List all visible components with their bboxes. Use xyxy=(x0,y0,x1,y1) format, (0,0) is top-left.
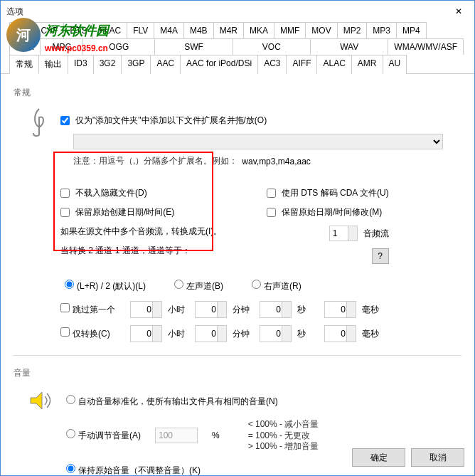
tab-mp2[interactable]: MP2 xyxy=(337,22,368,38)
multi-stream-label: 如果在源文件中多个音频流，转换成无(I)。 xyxy=(60,226,222,238)
tab-m4b[interactable]: M4B xyxy=(183,22,214,38)
radio-left[interactable]: 左声道(B) xyxy=(174,280,223,292)
vol-help-3: > 100% - 增加音量 xyxy=(248,441,319,453)
convert-only-checkbox[interactable]: 仅转换(C) xyxy=(60,327,124,340)
treble-clef-icon xyxy=(28,107,50,349)
tab-mov[interactable]: MOV xyxy=(305,22,337,38)
radio-auto-volume[interactable]: 自动音量标准化，使所有输出文件具有相同的音量(N) xyxy=(66,395,278,408)
skip-min[interactable] xyxy=(195,301,227,318)
tab-wma-wmv-asf[interactable]: WMA/WMV/ASF xyxy=(388,38,464,55)
radio-lr-avg[interactable]: (L+R) / 2 (默认)(L) xyxy=(65,280,146,292)
keep-create-label: 保留原始创建日期/时间(E) xyxy=(75,206,174,218)
conv-hour[interactable] xyxy=(130,325,162,342)
extension-select[interactable] xyxy=(73,134,443,149)
stream-spinner[interactable] xyxy=(329,226,358,241)
tab-mp4[interactable]: MP4 xyxy=(396,22,427,38)
tab-id3[interactable]: ID3 xyxy=(68,55,94,74)
tab-mp3[interactable]: MP3 xyxy=(366,22,397,38)
keep-modify-label: 保留原始日期/时间修改(M) xyxy=(282,206,382,218)
vol-help-1: < 100% - 减小音量 xyxy=(248,419,319,430)
section-general-title: 常规 xyxy=(14,87,461,99)
section-volume-title: 音量 xyxy=(14,367,461,379)
tab-m4a[interactable]: M4A xyxy=(154,22,184,38)
keep-modify-checkbox[interactable] xyxy=(267,208,276,217)
close-button[interactable]: ✕ xyxy=(442,1,474,22)
manual-volume-input xyxy=(155,428,198,443)
conv-ms[interactable] xyxy=(324,325,356,342)
skip-ms[interactable] xyxy=(324,301,356,318)
tab-amr[interactable]: AMR xyxy=(351,55,383,74)
ext-example: wav,mp3,m4a,aac xyxy=(242,157,311,166)
use-dts-checkbox[interactable] xyxy=(267,189,276,198)
add-folder-checkbox[interactable] xyxy=(60,116,70,125)
channel-note-label: 当转换 2 通道 1 通道，通道等于： xyxy=(60,245,191,257)
percent-label: % xyxy=(212,430,220,440)
radio-right[interactable]: 右声道(R) xyxy=(252,280,301,292)
tab-aiff[interactable]: AIFF xyxy=(286,55,317,74)
tab-mka[interactable]: MKA xyxy=(243,22,274,38)
tab-3g2[interactable]: 3G2 xyxy=(93,55,122,74)
ok-button[interactable]: 确定 xyxy=(352,448,405,467)
ext-note: 注意：用逗号（,）分隔多个扩展名。例如： xyxy=(73,155,238,167)
conv-min[interactable] xyxy=(195,325,227,342)
tab--[interactable]: 输出 xyxy=(38,55,68,74)
tab--[interactable]: 常规 xyxy=(9,55,39,74)
keep-create-checkbox[interactable] xyxy=(60,208,70,217)
help-button[interactable]: ? xyxy=(372,248,389,264)
tab-aac-for-ipod-dsi[interactable]: AAC for iPod/DSi xyxy=(180,55,258,74)
cancel-button[interactable]: 取消 xyxy=(411,448,464,467)
skip-sec[interactable] xyxy=(260,301,292,318)
conv-sec[interactable] xyxy=(260,325,292,342)
tab-m4r[interactable]: M4R xyxy=(213,22,244,38)
tab-mmf[interactable]: MMF xyxy=(274,22,306,38)
tab-aac[interactable]: AAC xyxy=(150,55,181,74)
vol-help-2: = 100% - 无更改 xyxy=(248,430,319,442)
radio-keep-volume[interactable]: 保持原始音量（不调整音量）(K) xyxy=(66,464,201,476)
tab-swf[interactable]: SWF xyxy=(154,38,233,55)
tab-alac[interactable]: ALAC xyxy=(316,55,351,74)
stream-label: 音频流 xyxy=(363,228,389,240)
speaker-icon xyxy=(28,388,56,476)
tab-ac3[interactable]: AC3 xyxy=(257,55,287,74)
logo-text: 河东软件园 xyxy=(45,22,109,39)
logo-icon: 河 xyxy=(6,18,41,52)
skip-first-checkbox[interactable]: 跳过第一个 xyxy=(60,303,124,316)
no-hidden-checkbox[interactable] xyxy=(60,189,70,198)
logo: 河 xyxy=(6,18,41,52)
tab-flv[interactable]: FLV xyxy=(127,22,154,38)
tab-voc[interactable]: VOC xyxy=(233,38,311,55)
tab-wav[interactable]: WAV xyxy=(310,38,388,55)
logo-url: www.pc0359.cn xyxy=(45,43,108,53)
tab-au[interactable]: AU xyxy=(383,55,407,74)
add-folder-label: 仅为"添加文件夹"中添加以下文件扩展名并拖/放(O) xyxy=(75,115,267,127)
radio-manual-volume[interactable]: 手动调节音量(A) xyxy=(66,429,141,442)
skip-hour[interactable] xyxy=(130,301,162,318)
no-hidden-label: 不载入隐藏文件(D) xyxy=(75,187,147,199)
window-title: 选项 xyxy=(6,6,23,18)
tab-3gp[interactable]: 3GP xyxy=(121,55,151,74)
use-dts-label: 使用 DTS 解码 CDA 文件(U) xyxy=(282,187,389,199)
